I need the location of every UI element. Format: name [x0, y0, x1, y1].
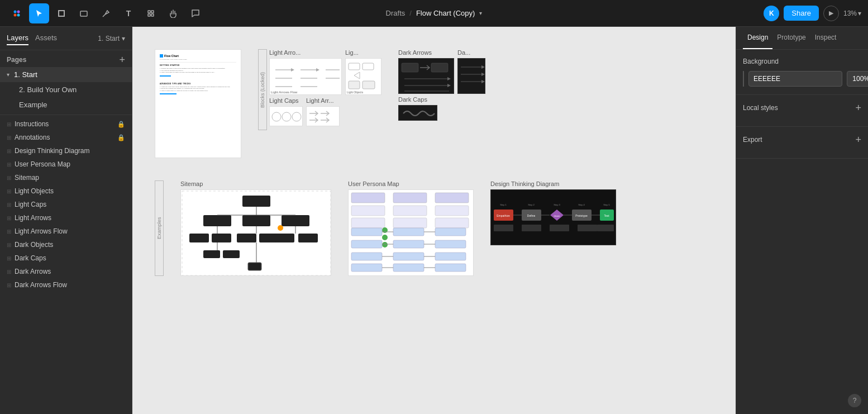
- design-thinking-wrapper: Design Thinking Diagram Empathize Define: [490, 180, 616, 245]
- svg-rect-90: [435, 240, 466, 248]
- frame-tool[interactable]: [51, 3, 71, 23]
- svg-rect-34: [431, 63, 448, 72]
- dark-small-label: Da...: [457, 49, 470, 56]
- grid-icon: ⊞: [7, 188, 11, 194]
- assets-tab[interactable]: Assets: [35, 31, 57, 45]
- layer-light-objects[interactable]: ⊞ Light Objects: [0, 184, 132, 198]
- select-tool[interactable]: [29, 3, 49, 23]
- layer-user-persona[interactable]: ⊞ User Persona Map: [0, 158, 132, 171]
- layer-annotations[interactable]: ⊞ Annotations 🔒: [0, 131, 132, 144]
- svg-rect-124: [522, 225, 541, 231]
- svg-rect-56: [212, 234, 231, 242]
- svg-rect-75: [393, 206, 427, 216]
- page-item-example[interactable]: Example: [0, 97, 132, 112]
- components-tool[interactable]: [141, 3, 161, 23]
- light-arrows-flow-frame[interactable]: Light Arrows Flow: [269, 58, 342, 95]
- prototype-tab[interactable]: Prototype: [772, 27, 810, 49]
- svg-point-2: [14, 13, 17, 16]
- svg-rect-28: [363, 81, 375, 89]
- light-caps-frame[interactable]: [269, 106, 303, 126]
- current-page-indicator[interactable]: 1. Start ▾: [98, 35, 125, 42]
- dark-caps-frame[interactable]: [398, 105, 437, 121]
- svg-rect-52: [282, 215, 309, 226]
- layer-dark-arrows[interactable]: ⊞ Dark Arrows: [0, 265, 132, 278]
- light-objects-frame[interactable]: Light Objects: [345, 58, 381, 95]
- help-button[interactable]: ?: [848, 394, 861, 407]
- blocks-section: Blocks (Locked) Light Arro...: [258, 49, 381, 130]
- user-persona-frame[interactable]: [348, 189, 474, 276]
- instructions-frame[interactable]: Flow Chart UI Components: Flow Charts: D…: [155, 49, 241, 158]
- opacity-input[interactable]: [847, 71, 868, 87]
- zoom-level[interactable]: 13% ▾: [843, 9, 861, 17]
- canvas[interactable]: Flow Chart UI Components: Flow Charts: D…: [132, 27, 736, 414]
- background-color-swatch[interactable]: [743, 71, 744, 87]
- layer-sitemap[interactable]: ⊞ Sitemap: [0, 171, 132, 184]
- design-thinking-frame[interactable]: Empathize Define Ideate Prototype: [490, 189, 616, 245]
- main-menu-button[interactable]: [7, 3, 27, 23]
- light-second-row: Light Caps Light Ar: [269, 97, 381, 126]
- add-local-style-button[interactable]: +: [855, 103, 861, 113]
- svg-text:Ideate: Ideate: [554, 215, 560, 217]
- add-page-button[interactable]: +: [119, 55, 125, 65]
- play-button[interactable]: ▶: [823, 6, 839, 21]
- light-arrows-frame[interactable]: [306, 106, 340, 126]
- page-item-start[interactable]: ▾ 1. Start: [0, 67, 132, 82]
- dark-arrows-label: Dark Arrows: [398, 49, 432, 56]
- design-tab[interactable]: Design: [743, 27, 772, 49]
- layer-dark-caps[interactable]: ⊞ Dark Caps: [0, 251, 132, 265]
- shape-tool[interactable]: [74, 3, 94, 23]
- blocks-frames: Light Arro...: [269, 49, 381, 130]
- layer-light-caps[interactable]: ⊞ Light Caps: [0, 198, 132, 211]
- light-arrows-wrapper: Light Arr...: [306, 97, 340, 126]
- grid-icon: ⊞: [7, 175, 11, 181]
- svg-marker-22: [316, 68, 319, 72]
- user-avatar[interactable]: K: [764, 6, 779, 21]
- local-styles-label: Local styles: [743, 104, 778, 112]
- light-arrows-label: Light Arr...: [306, 97, 334, 104]
- dark-second-row: Dark Caps: [398, 96, 485, 121]
- pen-tool[interactable]: [96, 3, 116, 23]
- sitemap-frame[interactable]: [180, 189, 331, 276]
- svg-marker-36: [447, 77, 451, 80]
- dark-arrows-row: Dark Arrows: [398, 49, 485, 94]
- svg-point-81: [382, 235, 388, 240]
- svg-rect-11: [148, 14, 150, 16]
- layer-dark-arrows-flow[interactable]: ⊞ Dark Arrows Flow: [0, 278, 132, 292]
- svg-marker-43: [481, 65, 485, 69]
- breadcrumb-drafts[interactable]: Drafts: [386, 9, 406, 17]
- comment-tool[interactable]: [185, 3, 206, 23]
- svg-rect-98: [351, 264, 382, 272]
- light-objects-label: Lig...: [345, 49, 359, 56]
- svg-text:Light Objects: Light Objects: [347, 91, 364, 94]
- layer-light-arrows[interactable]: ⊞ Light Arrows: [0, 211, 132, 225]
- svg-point-1: [17, 10, 20, 13]
- svg-rect-50: [203, 215, 231, 226]
- pages-label: Pages: [7, 56, 26, 64]
- hex-input[interactable]: [748, 71, 842, 87]
- title-chevron-icon[interactable]: ▾: [479, 10, 482, 16]
- svg-rect-125: [550, 225, 569, 231]
- hand-tool[interactable]: [163, 3, 183, 23]
- inspect-tab[interactable]: Inspect: [810, 27, 841, 49]
- layer-design-thinking[interactable]: ⊞ Design Thinking Diagram: [0, 144, 132, 158]
- layers-tab[interactable]: Layers: [7, 31, 28, 45]
- svg-rect-100: [435, 264, 466, 272]
- dark-arrows-frame[interactable]: [398, 58, 454, 94]
- svg-point-30: [272, 112, 281, 121]
- layer-dark-objects[interactable]: ⊞ Dark Objects: [0, 238, 132, 251]
- share-button[interactable]: Share: [784, 6, 819, 21]
- document-title[interactable]: Flow Chart (Copy): [416, 9, 475, 17]
- svg-rect-27: [349, 81, 360, 89]
- layer-instructions[interactable]: ⊞ Instructions 🔒: [0, 117, 132, 131]
- svg-rect-89: [393, 240, 424, 248]
- dark-small-frame[interactable]: [457, 58, 485, 94]
- text-tool[interactable]: T: [118, 3, 139, 23]
- layer-light-arrows-flow[interactable]: ⊞ Light Arrows Flow: [0, 225, 132, 238]
- light-objects-wrapper: Lig... Light Objects: [345, 49, 381, 95]
- sitemap-wrapper: Sitemap: [180, 180, 331, 276]
- page-item-build[interactable]: 2. Build Your Own: [0, 82, 132, 97]
- svg-rect-72: [393, 193, 427, 203]
- svg-rect-66: [223, 250, 240, 258]
- bottom-row: Examples Sitemap: [155, 180, 616, 276]
- add-export-button[interactable]: +: [855, 135, 861, 145]
